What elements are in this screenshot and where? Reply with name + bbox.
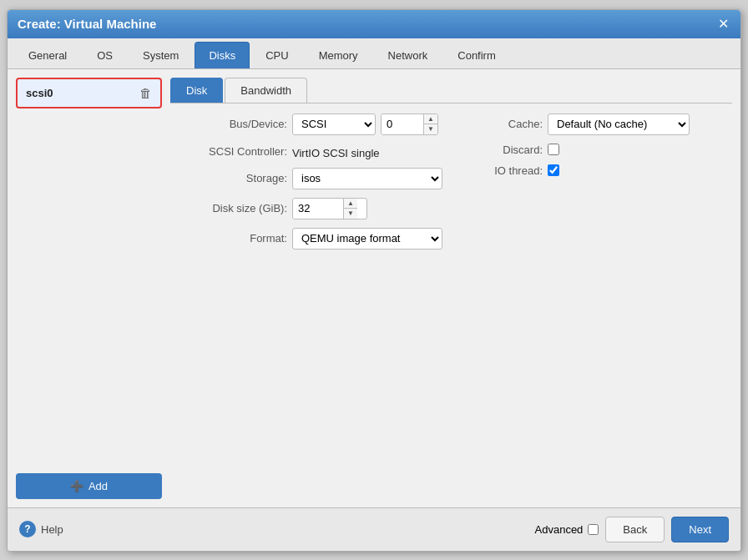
discard-row: Discard:: [476, 144, 690, 156]
format-row: Format: QEMU image format: [179, 228, 442, 250]
scsi-controller-row: SCSI Controller: VirtIO SCSI single: [179, 144, 442, 159]
left-panel: scsi0 🗑 ➕ Add: [16, 78, 162, 499]
add-label: Add: [88, 480, 108, 492]
storage-row: Storage: isos: [179, 168, 442, 189]
tab-memory[interactable]: Memory: [305, 42, 372, 68]
io-thread-checkbox-wrapper: [548, 164, 559, 176]
bus-device-num-input[interactable]: [382, 114, 423, 134]
cache-select[interactable]: Default (No cache): [548, 114, 690, 135]
left-form-fields: Bus/Device: SCSI ▲ ▼: [179, 114, 442, 250]
trash-icon[interactable]: 🗑: [139, 86, 152, 100]
tab-network[interactable]: Network: [374, 42, 442, 68]
close-button[interactable]: ✕: [715, 17, 730, 32]
bus-device-row: Bus/Device: SCSI ▲ ▼: [179, 114, 442, 135]
scsi-controller-value: VirtIO SCSI single: [292, 144, 380, 159]
title-bar: Create: Virtual Machine ✕: [8, 10, 740, 38]
disk-size-spinner: ▲ ▼: [292, 198, 367, 219]
dialog-footer: ? Help Advanced Back Next: [8, 507, 740, 551]
discard-label: Discard:: [476, 144, 543, 156]
form-area: Bus/Device: SCSI ▲ ▼: [170, 114, 732, 250]
disk-size-up[interactable]: ▲: [344, 199, 357, 209]
disk-size-down[interactable]: ▼: [344, 209, 357, 219]
disk-size-row: Disk size (GiB): ▲ ▼: [179, 198, 442, 219]
io-thread-checkbox[interactable]: [548, 164, 559, 176]
footer-right: Advanced Back Next: [535, 517, 729, 542]
disk-size-arrows: ▲ ▼: [343, 199, 357, 219]
add-disk-button[interactable]: ➕ Add: [16, 473, 162, 499]
io-thread-label: IO thread:: [476, 164, 543, 177]
next-button[interactable]: Next: [671, 517, 729, 542]
bus-device-label: Bus/Device:: [179, 118, 287, 130]
storage-label: Storage:: [179, 172, 287, 184]
back-button[interactable]: Back: [605, 517, 665, 542]
advanced-row: Advanced: [535, 523, 599, 536]
disk-size-label: Disk size (GiB):: [179, 202, 287, 214]
disk-item-scsi0[interactable]: scsi0 🗑: [16, 78, 162, 108]
tab-system[interactable]: System: [129, 42, 193, 68]
footer-left: ? Help: [19, 521, 63, 537]
spinner-up[interactable]: ▲: [424, 114, 437, 125]
cache-label: Cache:: [476, 118, 543, 130]
disk-list: scsi0 🗑: [16, 78, 162, 468]
right-form-fields: Cache: Default (No cache) Discard:: [476, 114, 690, 250]
disk-item-label: scsi0: [26, 87, 53, 99]
dialog-body: scsi0 🗑 ➕ Add Disk Bandwidth: [8, 69, 740, 507]
tab-bar: General OS System Disks CPU Memory Netwo…: [8, 38, 740, 69]
sub-tab-bandwidth[interactable]: Bandwidth: [225, 78, 307, 103]
bus-device-number: ▲ ▼: [381, 114, 438, 135]
cache-row: Cache: Default (No cache): [476, 114, 690, 135]
discard-checkbox[interactable]: [548, 144, 559, 155]
help-label: Help: [41, 523, 63, 536]
tab-cpu[interactable]: CPU: [251, 42, 302, 68]
storage-select[interactable]: isos: [292, 168, 442, 189]
advanced-checkbox[interactable]: [588, 524, 599, 535]
scsi-controller-label: SCSI Controller:: [179, 145, 287, 158]
format-select[interactable]: QEMU image format: [292, 228, 442, 250]
tab-os[interactable]: OS: [83, 42, 127, 68]
plus-icon: ➕: [70, 480, 83, 492]
tab-general[interactable]: General: [14, 42, 81, 68]
dialog-title: Create: Virtual Machine: [18, 17, 156, 31]
advanced-label: Advanced: [535, 523, 584, 536]
sub-tab-disk[interactable]: Disk: [170, 78, 223, 103]
help-icon[interactable]: ?: [19, 521, 36, 537]
create-vm-dialog: Create: Virtual Machine ✕ General OS Sys…: [7, 9, 741, 552]
io-thread-row: IO thread:: [476, 164, 690, 177]
spinner-down[interactable]: ▼: [424, 124, 437, 134]
tab-confirm[interactable]: Confirm: [443, 42, 510, 68]
tab-disks[interactable]: Disks: [195, 42, 250, 68]
bus-device-select[interactable]: SCSI: [292, 114, 376, 135]
discard-checkbox-wrapper: [548, 144, 559, 155]
right-panel: Disk Bandwidth Bus/Device: SCSI: [170, 78, 732, 499]
sub-tab-bar: Disk Bandwidth: [170, 78, 732, 103]
spinner-arrows: ▲ ▼: [423, 114, 437, 134]
disk-size-input[interactable]: [293, 199, 343, 219]
format-label: Format:: [179, 232, 287, 245]
